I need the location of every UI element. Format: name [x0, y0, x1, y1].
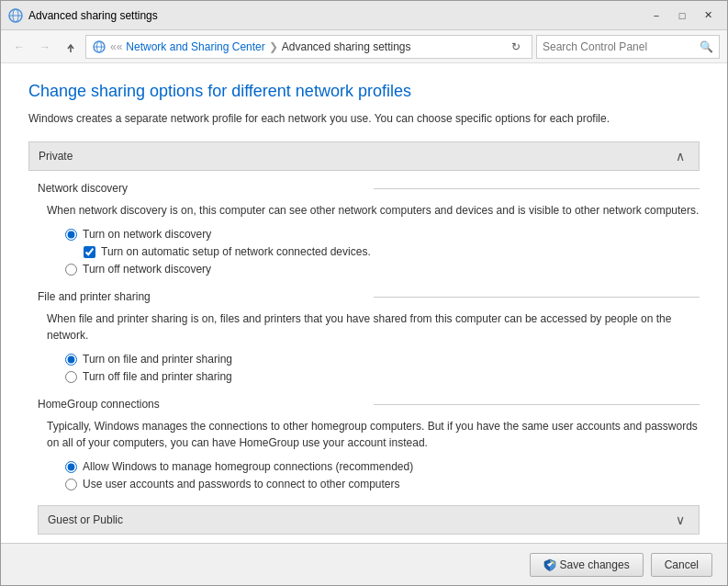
- back-button[interactable]: ←: [8, 36, 30, 58]
- fp-off-radio[interactable]: [65, 371, 77, 383]
- address-current: Advanced sharing settings: [282, 40, 411, 53]
- cancel-button[interactable]: Cancel: [651, 553, 712, 577]
- hg-windows-radio[interactable]: [65, 461, 77, 473]
- network-discovery-divider: [374, 188, 700, 189]
- address-chevron: ❯: [269, 40, 278, 53]
- guest-section-stub: Guest or Public ∨: [28, 505, 700, 535]
- guest-collapse-button[interactable]: ∨: [671, 511, 689, 529]
- footer: Save changes Cancel: [1, 543, 727, 585]
- page-title: Change sharing options for different net…: [28, 82, 700, 101]
- hg-user-option[interactable]: Use user accounts and passwords to conne…: [65, 478, 700, 490]
- homegroup-divider: [374, 404, 700, 405]
- window-title: Advanced sharing settings: [28, 9, 644, 22]
- homegroup-subsection: HomeGroup connections Typically, Windows…: [28, 398, 700, 490]
- homegroup-options: Allow Windows to manage homegroup connec…: [38, 460, 700, 490]
- fp-off-label: Turn off file and printer sharing: [83, 370, 232, 383]
- file-printer-subsection: File and printer sharing When file and p…: [28, 290, 700, 383]
- guest-section-title: Guest or Public: [48, 513, 671, 526]
- address-bar: «« Network and Sharing Center ❯ Advanced…: [85, 35, 532, 59]
- file-printer-title-row: File and printer sharing: [38, 290, 700, 303]
- nd-auto-setup-option[interactable]: Turn on automatic setup of network conne…: [65, 245, 700, 258]
- nd-on-radio[interactable]: [65, 229, 77, 241]
- maximize-button[interactable]: □: [670, 6, 694, 25]
- nd-on-label: Turn on network discovery: [83, 228, 211, 241]
- homegroup-desc: Typically, Windows manages the connectio…: [38, 418, 700, 451]
- homegroup-title-row: HomeGroup connections: [38, 398, 700, 411]
- nd-on-option[interactable]: Turn on network discovery: [65, 228, 700, 241]
- fp-on-radio[interactable]: [65, 354, 77, 366]
- fp-off-option[interactable]: Turn off file and printer sharing: [65, 370, 700, 383]
- network-discovery-title-row: Network discovery: [38, 182, 700, 195]
- hg-windows-option[interactable]: Allow Windows to manage homegroup connec…: [65, 460, 700, 473]
- page-description: Windows creates a separate network profi…: [28, 110, 700, 127]
- guest-section-header: Guest or Public ∨: [38, 505, 700, 535]
- nd-off-option[interactable]: Turn off network discovery: [65, 263, 700, 276]
- network-discovery-title: Network discovery: [38, 182, 364, 195]
- window-icon: [8, 8, 23, 23]
- main-window: Advanced sharing settings − □ ✕ ← → «« N…: [0, 0, 728, 586]
- hg-user-label: Use user accounts and passwords to conne…: [83, 478, 400, 490]
- address-network-center[interactable]: Network and Sharing Center: [126, 40, 264, 53]
- network-discovery-desc: When network discovery is on, this compu…: [38, 202, 700, 219]
- minimize-button[interactable]: −: [644, 6, 668, 25]
- network-discovery-options: Turn on network discovery Turn on automa…: [38, 228, 700, 276]
- window-controls: − □ ✕: [644, 6, 720, 25]
- nd-off-label: Turn off network discovery: [83, 263, 211, 276]
- up-button[interactable]: [60, 36, 82, 58]
- nd-auto-setup-label: Turn on automatic setup of network conne…: [101, 245, 371, 258]
- search-box: 🔍: [536, 35, 720, 59]
- hg-windows-label: Allow Windows to manage homegroup connec…: [83, 460, 413, 473]
- address-separator: ««: [110, 40, 122, 53]
- save-label: Save changes: [560, 558, 630, 571]
- hg-user-radio[interactable]: [65, 479, 77, 490]
- file-printer-title: File and printer sharing: [38, 290, 364, 303]
- private-section-header: Private ∧: [28, 141, 700, 171]
- title-bar: Advanced sharing settings − □ ✕: [1, 1, 727, 30]
- main-content: Change sharing options for different net…: [1, 63, 727, 543]
- network-discovery-subsection: Network discovery When network discovery…: [28, 182, 700, 276]
- refresh-button[interactable]: ↻: [506, 37, 526, 57]
- nd-off-radio[interactable]: [65, 264, 77, 276]
- search-input[interactable]: [543, 40, 700, 53]
- close-button[interactable]: ✕: [696, 6, 720, 25]
- search-button[interactable]: 🔍: [700, 40, 713, 53]
- forward-button[interactable]: →: [34, 36, 56, 58]
- fp-on-label: Turn on file and printer sharing: [83, 353, 232, 366]
- file-printer-options: Turn on file and printer sharing Turn of…: [38, 353, 700, 383]
- nav-bar: ← → «« Network and Sharing Center ❯ Adva…: [1, 30, 727, 63]
- network-icon: [92, 39, 106, 54]
- file-printer-desc: When file and printer sharing is on, fil…: [38, 310, 700, 344]
- fp-on-option[interactable]: Turn on file and printer sharing: [65, 353, 700, 366]
- save-button[interactable]: Save changes: [530, 553, 644, 577]
- private-collapse-button[interactable]: ∧: [671, 147, 689, 165]
- file-printer-divider: [374, 297, 700, 298]
- private-section-title: Private: [39, 150, 671, 163]
- nd-auto-setup-checkbox[interactable]: [84, 246, 95, 258]
- shield-icon: [543, 558, 556, 571]
- content-area: Change sharing options for different net…: [1, 63, 727, 543]
- homegroup-title: HomeGroup connections: [38, 398, 364, 411]
